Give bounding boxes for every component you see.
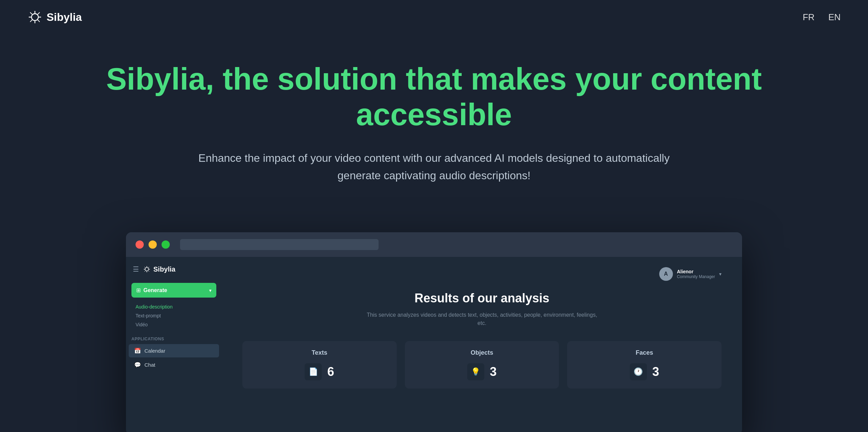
results-subtitle: This service analyzes videos and detects…	[366, 311, 598, 327]
sidebar-sub-text-prompt[interactable]: Text-prompt	[136, 311, 216, 320]
main-content: A Alienor Community Manager ▾ Results of…	[222, 257, 742, 432]
url-bar	[180, 239, 379, 250]
result-texts-content: 📄 6	[251, 363, 388, 380]
texts-count: 6	[327, 365, 334, 379]
sidebar-logo-text: Sibylia	[153, 265, 175, 273]
window-close-btn[interactable]	[136, 240, 144, 249]
lang-en[interactable]: EN	[828, 12, 841, 23]
result-faces-content: 🕐 3	[575, 363, 713, 380]
svg-line-17	[144, 271, 145, 272]
sidebar-item-calendar[interactable]: 📅 Calendar	[129, 344, 219, 357]
objects-icon: 💡	[471, 367, 480, 376]
result-texts-label: Texts	[251, 349, 388, 356]
avatar: A	[659, 267, 673, 281]
sidebar-sub-video[interactable]: Vidéo	[136, 320, 216, 329]
sibylia-logo-icon	[27, 10, 42, 25]
result-objects-content: 💡 3	[413, 363, 551, 380]
chat-icon: 💬	[134, 362, 141, 368]
window-maximize-btn[interactable]	[162, 240, 170, 249]
logo-area: Sibylia	[27, 10, 82, 25]
result-card-objects: Objects 💡 3	[405, 341, 559, 389]
svg-line-8	[30, 20, 32, 22]
hero-title: Sibylia, the solution that makes your co…	[68, 62, 800, 132]
sidebar-section-label: APPLICATIONS	[126, 334, 222, 343]
sidebar-sibylia-icon	[143, 265, 151, 273]
svg-point-9	[145, 267, 149, 271]
results-title: Results of our analysis	[414, 291, 549, 305]
sidebar-calendar-label: Calendar	[144, 348, 165, 354]
hero-section: Sibylia, the solution that makes your co…	[0, 34, 868, 205]
logo-text: Sibylia	[47, 11, 82, 24]
svg-line-5	[30, 12, 32, 14]
user-chevron-icon: ▾	[719, 271, 722, 277]
nav-links: FR EN	[803, 12, 841, 23]
objects-icon-box: 💡	[467, 363, 484, 380]
svg-line-6	[38, 20, 40, 22]
user-role: Community Manager	[677, 274, 715, 279]
faces-count: 3	[652, 365, 659, 379]
hero-subtitle: Enhance the impact of your video content…	[194, 149, 674, 184]
svg-line-14	[144, 267, 145, 268]
window-chrome	[126, 232, 742, 257]
navbar: Sibylia FR EN	[0, 0, 868, 34]
svg-point-0	[31, 14, 38, 21]
app-layout: ☰ Sibylia	[126, 257, 742, 432]
svg-line-16	[148, 267, 149, 268]
generate-button-left: ⊞ Generate	[136, 287, 167, 293]
user-name: Alienor	[677, 269, 693, 274]
svg-line-7	[38, 12, 40, 14]
generate-icon: ⊞	[136, 287, 141, 293]
app-header: A Alienor Community Manager ▾	[242, 267, 722, 281]
sidebar-item-chat[interactable]: 💬 Chat	[129, 358, 219, 371]
svg-line-15	[148, 271, 149, 272]
result-objects-label: Objects	[413, 349, 551, 356]
generate-chevron-icon: ▾	[209, 288, 212, 293]
sidebar-sub-items: Audio-description Text-prompt Vidéo	[126, 300, 222, 334]
lang-fr[interactable]: FR	[803, 12, 815, 23]
result-card-faces: Faces 🕐 3	[567, 341, 722, 389]
result-card-texts: Texts 📄 6	[242, 341, 397, 389]
window-minimize-btn[interactable]	[149, 240, 157, 249]
calendar-icon: 📅	[134, 348, 141, 354]
sidebar-chat-label: Chat	[144, 362, 155, 368]
generate-button[interactable]: ⊞ Generate ▾	[131, 283, 216, 298]
sidebar-sub-audio-desc[interactable]: Audio-description	[136, 302, 216, 311]
user-details: Alienor Community Manager	[677, 269, 715, 279]
app-mockup: ☰ Sibylia	[126, 232, 742, 432]
faces-icon-box: 🕐	[630, 363, 647, 380]
generate-label: Generate	[143, 287, 167, 293]
sidebar-logo-area: Sibylia	[143, 265, 175, 273]
sidebar: ☰ Sibylia	[126, 257, 222, 432]
user-info[interactable]: A Alienor Community Manager ▾	[659, 267, 722, 281]
hamburger-icon[interactable]: ☰	[133, 265, 139, 273]
result-faces-label: Faces	[575, 349, 713, 356]
objects-count: 3	[490, 365, 497, 379]
faces-icon: 🕐	[634, 367, 643, 376]
texts-icon: 📄	[309, 367, 318, 376]
sidebar-header: ☰ Sibylia	[126, 257, 222, 280]
texts-icon-box: 📄	[305, 363, 322, 380]
results-cards: Texts 📄 6 Objects 💡 3	[242, 341, 722, 389]
